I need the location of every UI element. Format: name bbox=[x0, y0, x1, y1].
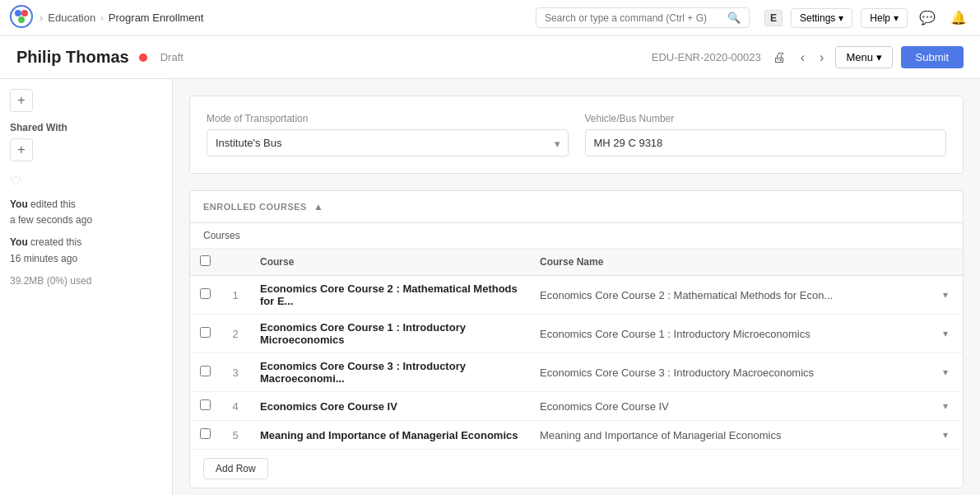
add-row-button[interactable]: Add Row bbox=[203, 458, 268, 479]
settings-button[interactable]: Settings ▾ bbox=[791, 8, 852, 28]
course-name-value: Economics Core Course IV bbox=[540, 400, 669, 413]
row-course: Economics Core Course 3 : Introductory M… bbox=[250, 353, 530, 392]
breadcrumb-current: Program Enrollment bbox=[109, 12, 204, 24]
search-bar: 🔍 bbox=[536, 7, 750, 28]
courses-section-title: ENROLLED COURSES bbox=[203, 202, 307, 212]
courses-table: Course Course Name 1 Economics Core Cour… bbox=[190, 249, 963, 449]
table-row: 4 Economics Core Course IV Economics Cor… bbox=[190, 392, 963, 421]
help-button[interactable]: Help ▾ bbox=[861, 8, 908, 28]
heart-icon: ♡ bbox=[10, 173, 162, 189]
page-header: Philip Thomas Draft EDU-ENR-2020-00023 🖨… bbox=[0, 36, 980, 79]
chevron-down-icon: ▾ bbox=[876, 51, 882, 63]
svg-point-1 bbox=[15, 10, 21, 16]
row-checkbox[interactable] bbox=[200, 327, 211, 338]
transport-select[interactable]: Institute's Bus Own Vehicle Public Trans… bbox=[207, 129, 569, 156]
breadcrumb-sep: › bbox=[100, 13, 104, 23]
table-row: 3 Economics Core Course 3 : Introductory… bbox=[190, 353, 963, 392]
activity-time-1: a few seconds ago bbox=[10, 214, 92, 226]
storage-info: 39.2MB (0%) used bbox=[10, 275, 162, 287]
row-course: Economics Core Course 2 : Mathematical M… bbox=[250, 276, 530, 315]
row-dropdown-button[interactable]: ▾ bbox=[938, 399, 953, 413]
prev-icon[interactable]: ‹ bbox=[797, 49, 808, 67]
row-checkbox[interactable] bbox=[200, 399, 211, 410]
row-dropdown-button[interactable]: ▾ bbox=[938, 427, 953, 442]
bell-icon[interactable]: 🔔 bbox=[947, 7, 970, 29]
row-checkbox-cell bbox=[190, 392, 221, 421]
bus-number-group: Vehicle/Bus Number bbox=[585, 113, 947, 156]
user-badge: E bbox=[764, 10, 783, 26]
course-name-value: Economics Core Course 2 : Mathematical M… bbox=[540, 289, 833, 301]
transport-mode-label: Mode of Transportation bbox=[207, 113, 569, 124]
select-all-checkbox[interactable] bbox=[200, 255, 211, 266]
table-row: 5 Meaning and Importance of Managerial E… bbox=[190, 421, 963, 450]
shared-add-button[interactable]: + bbox=[10, 138, 33, 161]
row-checkbox-cell bbox=[190, 353, 221, 392]
header-num-col bbox=[221, 249, 250, 276]
course-name-value: Economics Core Course 1 : Introductory M… bbox=[540, 328, 810, 340]
bus-number-input[interactable] bbox=[585, 129, 947, 156]
row-course: Economics Core Course IV bbox=[250, 392, 530, 421]
document-id: EDU-ENR-2020-00023 bbox=[652, 51, 761, 63]
row-course: Economics Core Course 1 : Introductory M… bbox=[250, 315, 530, 353]
sidebar: + Shared With + ♡ You edited this a few … bbox=[0, 79, 173, 495]
course-title: Economics Core Course 1 : Introductory M… bbox=[260, 321, 466, 346]
header-name-col: Course Name bbox=[530, 249, 928, 276]
chat-icon[interactable]: 💬 bbox=[916, 7, 939, 29]
table-row: 1 Economics Core Course 2 : Mathematical… bbox=[190, 276, 963, 315]
sidebar-add-button[interactable]: + bbox=[10, 89, 33, 112]
row-dropdown-button[interactable]: ▾ bbox=[938, 326, 953, 341]
svg-point-2 bbox=[21, 10, 28, 16]
row-num: 1 bbox=[221, 276, 250, 315]
help-label: Help bbox=[870, 12, 890, 24]
transport-form-row: Mode of Transportation Institute's Bus O… bbox=[207, 113, 946, 156]
breadcrumb-education[interactable]: Education bbox=[48, 12, 95, 24]
row-num: 5 bbox=[221, 421, 250, 450]
transport-select-wrapper: Institute's Bus Own Vehicle Public Trans… bbox=[207, 129, 569, 156]
menu-button[interactable]: Menu ▾ bbox=[835, 46, 892, 68]
svg-point-3 bbox=[18, 16, 25, 23]
course-title: Economics Core Course IV bbox=[260, 400, 397, 413]
row-checkbox[interactable] bbox=[200, 288, 211, 299]
courses-collapse-icon[interactable]: ▲ bbox=[314, 201, 323, 212]
courses-header: ENROLLED COURSES ▲ bbox=[190, 191, 963, 223]
row-checkbox-cell bbox=[190, 421, 221, 450]
row-action: ▾ bbox=[928, 315, 963, 353]
submit-button[interactable]: Submit bbox=[901, 46, 964, 68]
course-title: Economics Core Course 3 : Introductory M… bbox=[260, 360, 466, 385]
row-course-name: Economics Core Course 2 : Mathematical M… bbox=[530, 276, 928, 315]
activity-actor-1: You bbox=[10, 198, 28, 210]
nav-actions: E Settings ▾ Help ▾ 💬 🔔 bbox=[764, 7, 970, 29]
row-action: ▾ bbox=[928, 421, 963, 450]
header-checkbox-col bbox=[190, 249, 221, 276]
row-dropdown-button[interactable]: ▾ bbox=[938, 365, 953, 380]
main-content: Mode of Transportation Institute's Bus O… bbox=[173, 79, 980, 495]
row-dropdown-button[interactable]: ▾ bbox=[938, 287, 953, 302]
row-num: 4 bbox=[221, 392, 250, 421]
course-name-value: Meaning and Importance of Managerial Eco… bbox=[540, 429, 781, 441]
row-checkbox[interactable] bbox=[200, 366, 211, 376]
activity-actor-2: You bbox=[10, 236, 28, 248]
search-input[interactable] bbox=[545, 12, 722, 24]
row-course: Meaning and Importance of Managerial Eco… bbox=[250, 421, 530, 450]
row-course-name: Meaning and Importance of Managerial Eco… bbox=[530, 421, 928, 450]
header-course-col: Course bbox=[250, 249, 530, 276]
menu-label: Menu bbox=[846, 51, 873, 63]
chevron-down-icon: ▾ bbox=[838, 12, 843, 24]
breadcrumb: › Education › Program Enrollment bbox=[39, 12, 203, 24]
settings-label: Settings bbox=[800, 12, 835, 24]
next-icon[interactable]: › bbox=[816, 49, 827, 67]
row-checkbox[interactable] bbox=[200, 428, 211, 439]
transport-section: Mode of Transportation Institute's Bus O… bbox=[189, 96, 964, 174]
search-icon: 🔍 bbox=[727, 12, 741, 24]
row-course-name: Economics Core Course 1 : Introductory M… bbox=[530, 315, 928, 353]
row-num: 2 bbox=[221, 315, 250, 353]
print-icon[interactable]: 🖨 bbox=[769, 49, 789, 67]
header-action-col bbox=[928, 249, 963, 276]
table-header-row: Course Course Name bbox=[190, 249, 963, 276]
row-course-name: Economics Core Course IV bbox=[530, 392, 928, 421]
row-num: 3 bbox=[221, 353, 250, 392]
courses-label: Courses bbox=[190, 223, 963, 249]
row-action: ▾ bbox=[928, 392, 963, 421]
activity-time-2: 16 minutes ago bbox=[10, 253, 77, 264]
draft-label: Draft bbox=[160, 51, 183, 63]
